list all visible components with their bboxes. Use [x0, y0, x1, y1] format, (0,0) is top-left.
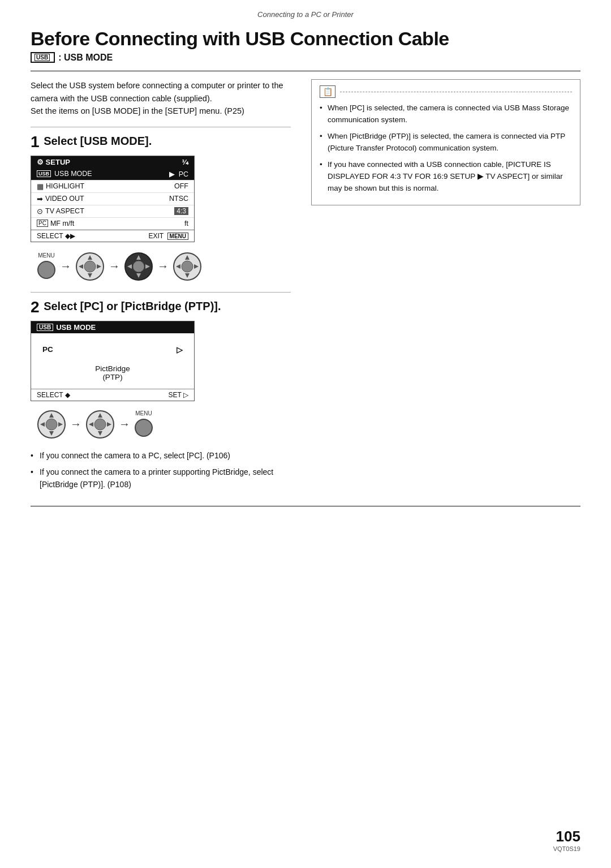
menu-btn-label: MENU — [38, 252, 54, 259]
note-book-icon: 📋 — [323, 87, 333, 96]
svg-point-31 — [135, 419, 152, 436]
usb-option-pictbridge-label: PictBridge(PTP) — [42, 364, 183, 381]
menu-header: ⚙ SETUP ³⁄₄ — [31, 156, 194, 168]
dpad1-svg — [75, 251, 105, 282]
usb-icon: USB — [37, 170, 51, 177]
menu-row-mf: PC MF m/ft ft — [31, 218, 194, 230]
menu-row-tvaspect-label: ⊙ TV ASPECT — [37, 207, 84, 216]
menu-header-icon: ⚙ SETUP — [37, 158, 70, 166]
subtitle-bar: USB : USB MODE — [31, 52, 580, 63]
usb-option-pc-label: PC — [42, 345, 53, 354]
bullet-item-pictbridge: If you connect the camera to a printer s… — [31, 466, 291, 491]
svg-point-20 — [46, 419, 57, 430]
usb-badge: USB — [31, 52, 55, 63]
note-header: 📋 — [320, 85, 572, 98]
menu-row-videoout: ➡ VIDEO OUT NTSC — [31, 193, 194, 205]
usb-mode-body: PC ▷ PictBridge(PTP) — [31, 333, 194, 389]
svg-point-0 — [38, 261, 55, 278]
svg-point-14 — [182, 261, 193, 272]
note-item-1: When [PC] is selected, the camera is con… — [320, 102, 572, 126]
page-title: Before Connecting with USB Connection Ca… — [31, 28, 580, 50]
menu-row-tvaspect-value: 4:3 — [174, 207, 188, 215]
usb-option-pc-arrow: ▷ — [177, 345, 183, 354]
arrow3: → — [157, 260, 169, 273]
step2-num: 2 — [31, 298, 40, 316]
step2-rule — [31, 292, 291, 293]
step1-rule — [31, 127, 291, 127]
arrow4: → — [70, 418, 81, 431]
menu-row-mf-label: PC MF m/ft — [37, 220, 74, 227]
menu-footer: SELECT ◆▶ EXIT MENU — [31, 230, 194, 242]
note-box: 📋 When [PC] is selected, the camera is c… — [311, 79, 580, 205]
svg-point-26 — [94, 419, 106, 430]
mf-icon: PC — [37, 220, 48, 227]
bullet-item-pc: If you connect the camera to a PC, selec… — [31, 450, 291, 462]
intro-text: Select the USB system before connecting … — [31, 79, 291, 117]
vqt-code: VQT0S19 — [553, 845, 580, 852]
usb-mode-screenshot: USB USB MODE PC ▷ PictBridge(PTP) SELECT… — [31, 321, 195, 401]
usb-footer-set: SET ▷ — [169, 391, 188, 399]
menu-row-usb-value: ▶ PC — [169, 170, 188, 178]
menu-btn-group: MENU — [36, 252, 57, 280]
menu-button2-svg — [134, 418, 154, 438]
setup-menu-screenshot: ⚙ SETUP ³⁄₄ USB USB MODE ▶ PC ▦ HIGHLIGH… — [31, 156, 195, 242]
bottom-rule — [31, 506, 580, 506]
highlight-icon: ▦ — [37, 182, 44, 191]
step2-heading: 2 Select [PC] or [PictBridge (PTP)]. — [31, 298, 291, 316]
menu-row-highlight: ▦ HIGHLIGHT OFF — [31, 181, 194, 193]
two-col-layout: Select the USB system before connecting … — [31, 79, 580, 495]
step1-num: 1 — [31, 133, 40, 151]
menu-footer-exit: EXIT MENU — [148, 232, 188, 240]
step1-heading: 1 Select [USB MODE]. — [31, 133, 291, 151]
usb-option-pictbridge: PictBridge(PTP) — [42, 363, 183, 383]
menu-row-usb-label: USB USB MODE — [37, 170, 92, 178]
tvaspect-highlight: 4:3 — [174, 207, 188, 215]
arrow1: → — [60, 260, 71, 273]
dpad4-svg — [36, 409, 67, 440]
menu-row-highlight-value: OFF — [174, 182, 188, 190]
right-column: 📋 When [PC] is selected, the camera is c… — [311, 79, 580, 495]
step2-button-diagram: → → MENU — [36, 409, 291, 440]
videoout-icon: ➡ — [37, 195, 43, 203]
arrow5: → — [119, 418, 130, 431]
subtitle-text: : USB MODE — [58, 53, 113, 63]
usb-mode-footer: SELECT ◆ SET ▷ — [31, 389, 194, 401]
menu-btn-group2: MENU — [134, 410, 154, 438]
dpad3-svg — [172, 251, 203, 282]
svg-point-2 — [84, 261, 96, 272]
dpad2-svg — [123, 251, 154, 282]
note-icon: 📋 — [320, 85, 335, 98]
menu-row-videoout-value: NTSC — [169, 195, 188, 203]
menu-page-num: ³⁄₄ — [182, 158, 189, 166]
left-column: Select the USB system before connecting … — [31, 79, 291, 495]
svg-point-8 — [133, 261, 144, 272]
top-rule — [31, 71, 580, 71]
usb-badge-inner: USB — [35, 54, 50, 61]
menu-row-tvaspect: ⊙ TV ASPECT 4:3 — [31, 205, 194, 218]
menu-row-mf-value: ft — [184, 220, 188, 227]
note-item-2: When [PictBridge (PTP)] is selected, the… — [320, 131, 572, 154]
arrow2: → — [109, 260, 120, 273]
usb-mode-title: USB MODE — [56, 323, 96, 332]
menu-row-highlight-label: ▦ HIGHLIGHT — [37, 182, 84, 191]
menu-btn-label2: MENU — [135, 410, 152, 416]
usb-footer-select: SELECT ◆ — [37, 391, 70, 399]
usb-mode-badge: USB — [37, 324, 53, 331]
step1-button-diagram: MENU → → — [36, 251, 291, 282]
tvaspect-icon: ⊙ — [37, 207, 43, 216]
dpad5-svg — [85, 409, 115, 440]
menu-footer-select: SELECT ◆▶ — [37, 232, 75, 240]
menu-button-svg — [36, 260, 57, 280]
note-dashes — [340, 92, 572, 92]
page-header: Connecting to a PC or Printer — [0, 0, 611, 22]
page-number: 105 — [556, 828, 580, 845]
menu-row-usb: USB USB MODE ▶ PC — [31, 168, 194, 181]
usb-option-pc: PC ▷ — [42, 343, 183, 356]
bullet-list: If you connect the camera to a PC, selec… — [31, 450, 291, 491]
usb-mode-header: USB USB MODE — [31, 321, 194, 333]
note-item-3: If you have connected with a USB connect… — [320, 159, 572, 195]
menu-row-videoout-label: ➡ VIDEO OUT — [37, 195, 84, 203]
